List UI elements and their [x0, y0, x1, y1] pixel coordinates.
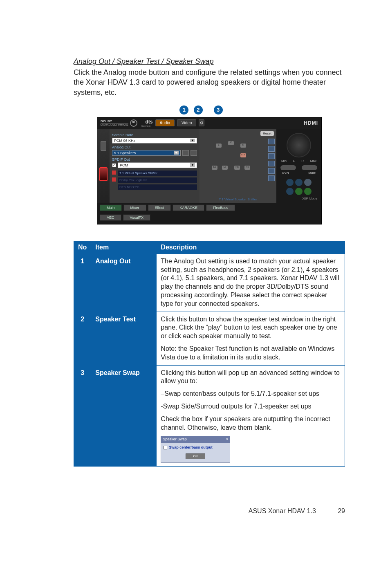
row3-desc: Clicking this button will pop up an adva… [157, 365, 345, 467]
room-tool-icon[interactable] [268, 146, 275, 152]
speaker-c[interactable]: C [228, 141, 234, 145]
room-tool-icon[interactable] [268, 168, 275, 174]
intro-paragraph: Click the Analog mode button and configu… [74, 67, 345, 97]
speaker-r[interactable]: R [240, 144, 246, 148]
dsp-mode-icon[interactable] [295, 188, 303, 195]
footer-product: ASUS Xonar HDAV 1.3 [249, 507, 316, 514]
table-row: 2 Speaker Test Click this button to show… [74, 312, 345, 365]
chevron-down-icon: ▼ [190, 163, 195, 167]
row2-desc-p1: Click this button to show the speaker te… [161, 315, 341, 341]
tab-audio[interactable]: Audio [155, 119, 175, 126]
sample-rate-select[interactable]: PCM 96 KHz ▼ [112, 138, 197, 144]
bottom-tab-bar: Main Mixer Effect KARAOKE FlexBass AEC V… [97, 203, 321, 224]
knob-r-label: R [301, 159, 304, 163]
speaker-sub[interactable]: Sub [240, 153, 246, 157]
speaker-l[interactable]: L [216, 144, 222, 148]
callout-row: 1 2 3 [57, 105, 345, 114]
dsp-mode-icon[interactable] [286, 179, 294, 186]
room-tool-icon[interactable] [268, 161, 275, 166]
svn-label: SVN [282, 171, 289, 175]
swap-center-bass-label: Swap center/bass output [169, 445, 213, 450]
footer-page-number: 29 [338, 507, 345, 514]
spdif-checkbox[interactable]: ✓ [112, 163, 116, 167]
analog-out-label: Analog Out [112, 145, 197, 149]
room-caption: 7.1 Virtual Speaker Shifter [199, 197, 276, 201]
speaker-swap-dialog: Speaker Swap × Swap center/bass output O… [161, 436, 230, 463]
sample-rate-label: Sample Rate [112, 133, 197, 137]
row1-desc: The Analog Out setting is used to match … [157, 254, 345, 312]
row3-desc-p1: Clicking this button will pop up an adva… [161, 369, 341, 386]
hdmi-logo: HDMI [304, 120, 318, 126]
feature-dts-neo[interactable]: DTS NEO:PC [118, 184, 197, 190]
room-tool-icon[interactable] [268, 153, 275, 159]
speaker-rb[interactable]: Rb [234, 166, 240, 170]
row2-no: 2 [74, 312, 91, 365]
speaker-swap-icon[interactable] [191, 150, 197, 156]
left-sidebar [97, 129, 110, 203]
dsp-mode-icon[interactable] [304, 188, 312, 195]
spdif-out-label: SPDIF Out [112, 157, 197, 162]
table-row: 1 Analog Out The Analog Out setting is u… [74, 254, 345, 312]
reset-button[interactable]: Reset [260, 131, 274, 136]
table-header-no: No [74, 241, 91, 254]
m-logo-icon [130, 119, 137, 127]
bottom-tab-effect[interactable]: Effect [148, 204, 171, 211]
row2-item: Speaker Test [91, 312, 157, 365]
description-table: No Item Description 1 Analog Out The Ana… [74, 241, 345, 467]
dts-logo: dts Connect [141, 119, 153, 127]
row1-item: Analog Out [91, 254, 157, 312]
chevron-down-icon: ▼ [174, 151, 179, 155]
settings-gear-icon[interactable]: ⚙ [199, 119, 204, 126]
bottom-tab-karaoke[interactable]: KARAOKE [173, 204, 204, 211]
dolby-sub-mid: VIRTUAL [118, 123, 128, 126]
room-tool-icon[interactable] [268, 139, 275, 144]
dsp-mode-icon[interactable] [304, 179, 312, 186]
room-side-icons [268, 139, 275, 181]
svn-toggle[interactable] [280, 165, 296, 170]
table-row: 3 Speaker Swap Clicking this button will… [74, 365, 345, 467]
bottom-tab-main[interactable]: Main [100, 204, 122, 211]
swap-center-bass-checkbox[interactable] [164, 446, 167, 449]
dolby-sub-left: DIGITAL LIVE [101, 123, 116, 126]
feature-virtual-shifter[interactable]: 7.1 Virtual Speaker Shifter [118, 171, 197, 176]
feature-dolby-prologic[interactable]: Dolby Pro Logic IIx [118, 177, 197, 183]
speaker-lb[interactable]: Lb [222, 166, 228, 170]
row3-desc-p2: –Swap center/bass outputs for 5.1/7.1-sp… [161, 390, 341, 398]
row3-desc-p4: Check the box if your speakers are outpu… [161, 415, 341, 432]
feature-indicator-icon [112, 177, 116, 182]
swap-ok-button[interactable]: OK [186, 453, 205, 459]
dolby-subtitle: DIGITAL LIVE | VIRTUAL [101, 123, 128, 126]
callout-3: 3 [214, 105, 223, 114]
mute-label: Mute [308, 171, 316, 175]
speaker-ls[interactable]: Ls [212, 166, 217, 170]
section-heading: Analog Out / Speaker Test / Speaker Swap [74, 57, 345, 66]
bottom-tab-mixer[interactable]: Mixer [123, 204, 146, 211]
close-icon[interactable]: × [226, 437, 228, 442]
tab-video[interactable]: Video [177, 119, 196, 126]
spdif-value: PCM [120, 163, 128, 167]
row3-no: 3 [74, 365, 91, 467]
dts-title: dts [146, 119, 153, 125]
row2-desc: Click this button to show the speaker te… [157, 312, 345, 365]
dsp-mode-icon[interactable] [295, 179, 303, 186]
mute-toggle[interactable] [302, 165, 317, 170]
bottom-tab-vocalfx[interactable]: VocalFX [123, 214, 151, 221]
row3-item: Speaker Swap [91, 365, 157, 467]
callout-1: 1 [179, 105, 188, 114]
callout-2: 2 [194, 105, 203, 114]
room-tool-icon[interactable] [268, 175, 275, 181]
table-header-desc: Description [157, 241, 345, 254]
volume-knob[interactable] [287, 133, 311, 157]
row1-no: 1 [74, 254, 91, 312]
speaker-rs[interactable]: Rs [244, 166, 250, 170]
speaker-selected-icon[interactable] [99, 167, 108, 181]
analog-out-select[interactable]: 5.1 Speakers ▼ [112, 150, 181, 156]
dsp-mode-icon[interactable] [286, 188, 294, 195]
analog-out-value: 5.1 Speakers [114, 151, 136, 155]
knob-l-label: L [293, 159, 295, 163]
spdif-select[interactable]: PCM ▼ [118, 162, 197, 168]
bottom-tab-flexbass[interactable]: FlexBass [206, 204, 235, 211]
settings-panel: Sample Rate PCM 96 KHz ▼ Analog Out 5.1 … [110, 129, 199, 203]
speaker-test-icon[interactable] [182, 150, 189, 156]
bottom-tab-aec[interactable]: AEC [100, 214, 121, 221]
